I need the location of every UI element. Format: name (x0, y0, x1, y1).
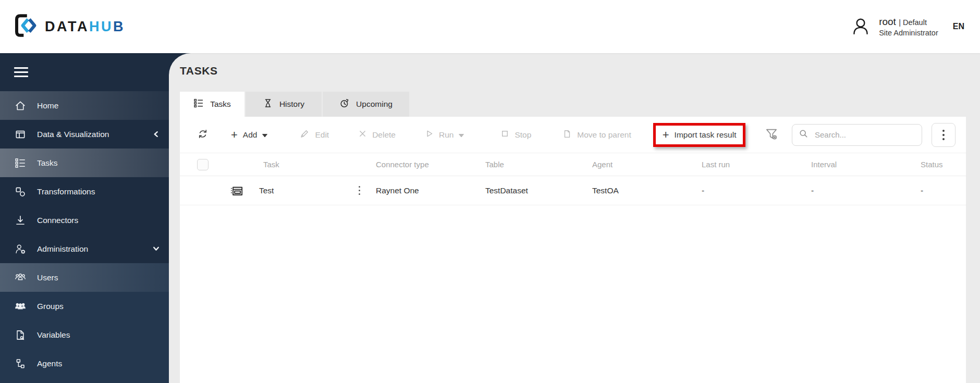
user-name: root (879, 16, 896, 27)
user-divider: | (899, 18, 901, 27)
column-header-interval[interactable]: Interval (808, 160, 917, 169)
column-header-agent[interactable]: Agent (589, 160, 699, 169)
sidebar-item-transformations[interactable]: Transformations (0, 177, 169, 206)
search-icon (799, 129, 808, 141)
import-task-result-label: Import task result (675, 130, 737, 140)
add-button[interactable]: + Add (231, 129, 267, 141)
cell-connector-type: Raynet One (373, 186, 482, 195)
groups-icon (14, 301, 27, 312)
stop-button-label: Stop (514, 130, 531, 140)
refresh-button[interactable] (198, 129, 208, 141)
sidebar-administration-submenu: Users Groups (0, 263, 169, 383)
sidebar-item-users[interactable]: Users (0, 263, 169, 292)
more-options-button[interactable] (932, 123, 956, 147)
sidebar-item-label: Data & Visualization (37, 130, 142, 139)
search-box (792, 124, 922, 146)
kebab-icon (942, 130, 945, 132)
table-row[interactable]: Test Raynet One TestDataset TestOA - - - (180, 176, 966, 205)
tab-tasks[interactable]: Tasks (180, 92, 244, 117)
cell-last-run: - (699, 186, 808, 195)
refresh-icon (198, 129, 208, 141)
logo-text-light: HU (89, 19, 113, 34)
sidebar-item-label: Home (37, 101, 160, 110)
app-window: DATAHUB root | Default Site Administrato… (0, 0, 980, 383)
tasks-panel: + Add Edit (180, 117, 966, 383)
tab-label: Tasks (210, 100, 231, 109)
select-all-cell (180, 159, 216, 170)
sidebar-item-label: Variables (37, 330, 160, 340)
select-all-checkbox[interactable] (197, 159, 209, 170)
cell-status: - (917, 186, 966, 195)
page-title: TASKS (180, 65, 980, 77)
sidebar-item-administration[interactable]: Administration (0, 234, 169, 263)
transformations-icon (14, 186, 27, 197)
sidebar-item-data-visualization[interactable]: Data & Visualization (0, 120, 169, 149)
user-avatar-icon[interactable] (850, 16, 872, 38)
user-account: Default (903, 18, 927, 27)
filter-clear-icon (765, 127, 778, 143)
agents-icon (14, 358, 27, 369)
move-to-parent-button[interactable]: Move to parent (562, 129, 631, 141)
content-area: TASKS Tasks (169, 53, 980, 383)
column-header-task[interactable]: Task (216, 160, 373, 169)
administration-icon (14, 243, 27, 255)
hamburger-menu-button[interactable] (0, 53, 169, 91)
stop-button[interactable]: Stop (500, 129, 531, 140)
sidebar-item-home[interactable]: Home (0, 91, 169, 120)
kebab-icon (359, 186, 360, 188)
tasks-icon (14, 157, 27, 169)
chevron-down-icon (262, 130, 267, 140)
header-user-area: root | Default Site Administrator EN (850, 16, 980, 38)
import-task-result-highlight: + Import task result (653, 123, 746, 147)
cell-interval: - (808, 186, 917, 195)
logo-text-blue: B (113, 19, 125, 34)
add-button-label: Add (243, 130, 258, 140)
tab-upcoming[interactable]: Upcoming (323, 92, 409, 117)
x-icon (358, 129, 367, 140)
run-button[interactable]: Run (425, 129, 464, 140)
datahub-logo-icon (14, 14, 38, 40)
user-role: Site Administrator (879, 28, 938, 38)
sidebar-item-agents[interactable]: Agents (0, 349, 169, 378)
chevron-down-icon (153, 245, 160, 252)
column-header-last-run[interactable]: Last run (699, 160, 808, 169)
sidebar-item-variables[interactable]: Variables (0, 320, 169, 349)
content-wrap: TASKS Tasks (169, 53, 980, 383)
sidebar-item-label: Agents (37, 359, 160, 368)
variables-icon (14, 329, 27, 341)
tab-bar: Tasks History Up (180, 92, 980, 117)
sidebar-item-label: Users (37, 273, 160, 282)
toolbar: + Add Edit (180, 117, 966, 153)
tab-label: Upcoming (356, 100, 393, 109)
tab-label: History (279, 100, 304, 109)
search-input[interactable] (814, 130, 915, 140)
row-actions-button[interactable] (359, 185, 360, 196)
sidebar-item-connectors[interactable]: Connectors (0, 206, 169, 234)
tasks-icon (193, 98, 204, 110)
task-cell: Test (216, 176, 373, 205)
delete-button[interactable]: Delete (358, 129, 396, 140)
plus-icon: + (663, 129, 669, 141)
user-info[interactable]: root | Default Site Administrator (879, 16, 938, 38)
column-header-table[interactable]: Table (482, 160, 589, 169)
sidebar-item-groups[interactable]: Groups (0, 292, 169, 320)
upcoming-clock-icon (339, 98, 350, 110)
column-header-connector-type[interactable]: Connector type (373, 160, 482, 169)
data-visualization-icon (14, 129, 27, 140)
sidebar-item-tasks[interactable]: Tasks (0, 149, 169, 177)
clear-filter-button[interactable] (765, 127, 778, 143)
edit-button[interactable]: Edit (300, 129, 329, 141)
chevron-left-icon (153, 131, 160, 138)
move-to-parent-button-label: Move to parent (577, 130, 631, 140)
hourglass-icon (263, 98, 273, 110)
home-icon (14, 100, 27, 112)
language-selector[interactable]: EN (953, 22, 964, 31)
column-header-status[interactable]: Status (917, 160, 966, 169)
sidebar-item-label: Administration (37, 244, 142, 254)
datahub-logo[interactable]: DATAHUB (0, 14, 125, 40)
hamburger-icon (14, 67, 28, 77)
sidebar-item-label: Connectors (37, 216, 160, 225)
import-task-result-button[interactable]: + Import task result (663, 129, 737, 141)
tab-history[interactable]: History (246, 92, 322, 117)
connectors-icon (14, 215, 27, 226)
